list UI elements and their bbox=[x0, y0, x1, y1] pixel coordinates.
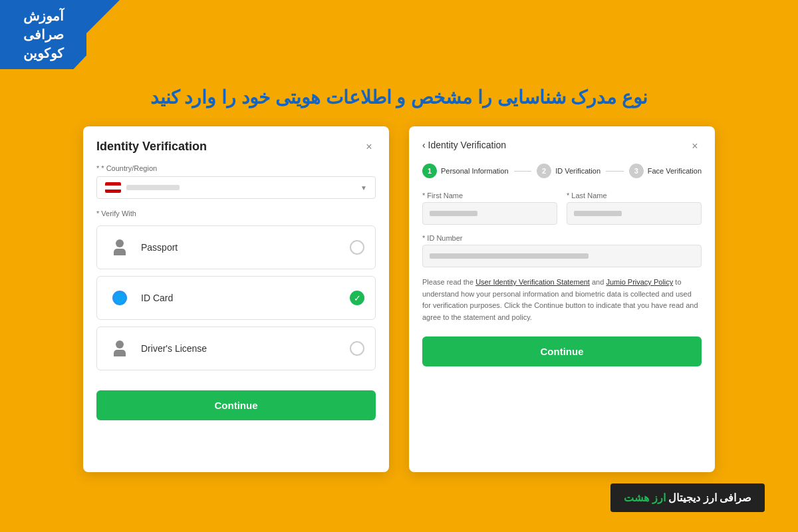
left-continue-button[interactable]: Continue bbox=[96, 390, 376, 420]
first-name-placeholder bbox=[430, 211, 477, 216]
step-3-circle: 3 bbox=[629, 164, 644, 178]
id-number-placeholder bbox=[430, 253, 589, 259]
first-name-input[interactable] bbox=[422, 202, 557, 225]
first-name-group: * First Name bbox=[422, 192, 557, 225]
idcard-label: ID Card bbox=[141, 293, 173, 303]
drivers-body bbox=[114, 350, 126, 356]
step-3-label: Face Verification bbox=[648, 167, 702, 175]
id-number-label: * ID Number bbox=[422, 234, 702, 242]
passport-option[interactable]: Passport bbox=[96, 225, 376, 269]
dropdown-arrow-icon: ▼ bbox=[360, 184, 367, 192]
name-row: * First Name * Last Name bbox=[422, 192, 702, 225]
last-name-label: * Last Name bbox=[567, 192, 702, 200]
globe-icon: 🌐 bbox=[112, 291, 127, 305]
drivers-license-option[interactable]: Driver's License bbox=[96, 327, 376, 370]
drivers-option-left: Driver's License bbox=[108, 336, 207, 360]
idcard-option-left: 🌐 ID Card bbox=[108, 286, 173, 310]
right-close-button[interactable]: × bbox=[688, 140, 702, 153]
step-line-2 bbox=[606, 171, 624, 172]
drivers-head bbox=[116, 340, 124, 348]
top-badge: آموزش صرافی کوکوین bbox=[0, 0, 86, 69]
privacy-text-2: and bbox=[590, 278, 606, 286]
passport-icon bbox=[108, 235, 132, 259]
badge-line2: صرافی bbox=[5, 25, 81, 44]
last-name-placeholder bbox=[574, 211, 622, 216]
country-dropdown[interactable]: ▼ bbox=[96, 176, 376, 199]
step-1-label: Personal Information bbox=[441, 167, 509, 175]
idcard-icon: 🌐 bbox=[108, 286, 132, 310]
privacy-text-1: Please read the bbox=[422, 278, 475, 286]
main-heading: نوع مدرک شناسایی را مشخص و اطلاعات هویتی… bbox=[0, 86, 798, 108]
step-2-label: ID Verification bbox=[555, 167, 600, 175]
country-text bbox=[126, 185, 180, 190]
back-button[interactable]: ‹ Identity Verification bbox=[422, 140, 506, 150]
privacy-link-1[interactable]: User Identity Verification Statement bbox=[475, 278, 590, 286]
brand-text: صرافی ارز دیجیتال bbox=[666, 492, 751, 503]
id-number-input[interactable] bbox=[422, 245, 702, 267]
idcard-option[interactable]: 🌐 ID Card ✓ bbox=[96, 276, 376, 320]
passport-body bbox=[114, 249, 126, 255]
panels-container: Identity Verification × * Country/Region… bbox=[33, 126, 765, 472]
privacy-link-2[interactable]: Jumio Privacy Policy bbox=[606, 278, 673, 286]
step-2: 2 ID Verification bbox=[537, 164, 600, 178]
passport-head bbox=[116, 239, 124, 247]
drivers-radio[interactable] bbox=[350, 341, 364, 356]
privacy-text: Please read the User Identity Verificati… bbox=[422, 277, 702, 323]
first-name-label: * First Name bbox=[422, 192, 557, 200]
right-continue-button[interactable]: Continue bbox=[422, 336, 702, 366]
drivers-label: Driver's License bbox=[141, 343, 207, 354]
idcard-radio-checked[interactable]: ✓ bbox=[350, 291, 364, 305]
drivers-person-silhouette bbox=[114, 340, 126, 356]
step-3: 3 Face Verification bbox=[629, 164, 702, 178]
step-1-circle: 1 bbox=[422, 164, 437, 178]
step-line-1 bbox=[514, 171, 532, 172]
left-close-button[interactable]: × bbox=[362, 140, 376, 154]
verify-label: * Verify With bbox=[96, 209, 376, 217]
right-modal-header: ‹ Identity Verification × bbox=[422, 140, 702, 153]
brand-bar: صرافی ارز دیجیتال ارز هشت bbox=[610, 483, 765, 512]
left-modal-title: Identity Verification bbox=[96, 140, 207, 154]
last-name-input[interactable] bbox=[567, 202, 702, 225]
passport-person-silhouette bbox=[114, 239, 126, 255]
passport-radio[interactable] bbox=[350, 240, 364, 255]
country-dropdown-inner bbox=[105, 182, 180, 193]
badge-line3: کوکوین bbox=[5, 44, 81, 63]
passport-label: Passport bbox=[141, 242, 178, 253]
badge-line1: آموزش bbox=[5, 7, 81, 25]
passport-option-left: Passport bbox=[108, 235, 178, 259]
decorative-triangle bbox=[86, 0, 120, 33]
stepper: 1 Personal Information 2 ID Verification… bbox=[422, 164, 702, 178]
id-number-group: * ID Number bbox=[422, 234, 702, 267]
left-modal: Identity Verification × * Country/Region… bbox=[83, 126, 389, 472]
brand-highlight: ارز هشت bbox=[624, 492, 665, 503]
right-modal: ‹ Identity Verification × 1 Personal Inf… bbox=[409, 126, 715, 472]
drivers-icon bbox=[108, 336, 132, 360]
flag-icon bbox=[105, 182, 121, 193]
step-2-circle: 2 bbox=[537, 164, 551, 178]
last-name-group: * Last Name bbox=[567, 192, 702, 225]
step-1: 1 Personal Information bbox=[422, 164, 509, 178]
left-modal-header: Identity Verification × bbox=[96, 140, 376, 154]
country-label: * Country/Region bbox=[96, 164, 376, 172]
